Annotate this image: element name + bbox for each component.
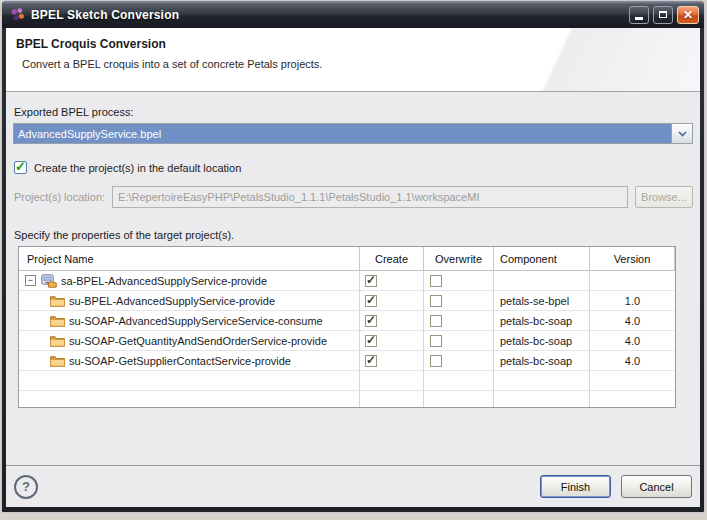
folder-icon bbox=[50, 355, 65, 367]
folder-icon bbox=[50, 335, 65, 347]
row-checkbox[interactable] bbox=[365, 315, 377, 327]
empty-table-row bbox=[19, 371, 675, 391]
project-name-label: sa-BPEL-AdvancedSupplyService-provide bbox=[61, 275, 267, 287]
folder-icon bbox=[50, 315, 65, 327]
row-checkbox[interactable] bbox=[365, 335, 377, 347]
version-cell: 4.0 bbox=[590, 311, 675, 330]
project-location-label: Project(s) location: bbox=[14, 191, 105, 203]
wizard-content: Exported BPEL process: AdvancedSupplySer… bbox=[6, 92, 700, 465]
overwrite-cell bbox=[424, 351, 494, 370]
column-version: Version bbox=[590, 247, 675, 270]
create-cell bbox=[360, 351, 424, 370]
table-header: Project Name Create Overwrite Component … bbox=[19, 247, 675, 271]
service-assembly-icon bbox=[41, 274, 57, 288]
row-checkbox[interactable] bbox=[430, 355, 442, 367]
cancel-button[interactable]: Cancel bbox=[621, 475, 692, 498]
project-location-field: E:\RepertoireEasyPHP\PetalsStudio_1.1.1\… bbox=[112, 186, 628, 208]
folder-icon bbox=[50, 295, 65, 307]
project-location-row: Project(s) location: E:\RepertoireEasyPH… bbox=[14, 186, 693, 208]
projects-table: Project Name Create Overwrite Component … bbox=[18, 246, 676, 408]
page-description: Convert a BPEL croquis into a set of con… bbox=[22, 58, 700, 70]
exported-process-combo[interactable]: AdvancedSupplyService.bpel bbox=[13, 123, 693, 144]
project-name-cell: su-SOAP-GetQuantityAndSendOrderService-p… bbox=[19, 331, 360, 350]
petals-app-icon bbox=[10, 7, 25, 22]
row-checkbox[interactable] bbox=[365, 355, 377, 367]
minimize-icon bbox=[635, 17, 643, 20]
combo-selected-value[interactable]: AdvancedSupplyService.bpel bbox=[14, 124, 671, 143]
minimize-button[interactable] bbox=[629, 6, 649, 24]
row-checkbox[interactable] bbox=[430, 315, 442, 327]
window-title: BPEL Sketch Conversion bbox=[31, 8, 625, 22]
create-cell bbox=[360, 271, 424, 290]
table-row[interactable]: su-BPEL-AdvancedSupplyService-providepet… bbox=[19, 291, 675, 311]
component-cell bbox=[494, 271, 590, 290]
row-checkbox[interactable] bbox=[365, 295, 377, 307]
close-button[interactable]: ✕ bbox=[677, 6, 699, 24]
row-checkbox[interactable] bbox=[365, 275, 377, 287]
component-cell: petals-bc-soap bbox=[494, 311, 590, 330]
component-cell: petals-se-bpel bbox=[494, 291, 590, 310]
chevron-down-icon bbox=[678, 131, 687, 137]
column-overwrite: Overwrite bbox=[424, 247, 494, 270]
project-name-label: su-BPEL-AdvancedSupplyService-provide bbox=[69, 295, 275, 307]
row-checkbox[interactable] bbox=[430, 295, 442, 307]
browse-button: Browse... bbox=[635, 186, 693, 208]
wizard-banner: BPEL Croquis Conversion Convert a BPEL c… bbox=[6, 28, 700, 92]
overwrite-cell bbox=[424, 311, 494, 330]
help-icon: ? bbox=[22, 479, 30, 494]
overwrite-cell bbox=[424, 291, 494, 310]
button-bar: ? Finish Cancel bbox=[6, 465, 700, 507]
project-name-cell: su-SOAP-AdvancedSupplyServiceService-con… bbox=[19, 311, 360, 330]
default-location-checkbox[interactable] bbox=[14, 161, 27, 174]
default-location-label[interactable]: Create the project(s) in the default loc… bbox=[34, 162, 241, 174]
table-row[interactable]: − sa-BPEL-AdvancedSupplyService-provide bbox=[19, 271, 675, 291]
project-name-cell: su-SOAP-GetSupplierContactService-provid… bbox=[19, 351, 360, 370]
project-name-label: su-SOAP-AdvancedSupplyServiceService-con… bbox=[69, 315, 323, 327]
help-button[interactable]: ? bbox=[14, 475, 38, 499]
version-cell: 4.0 bbox=[590, 351, 675, 370]
column-create: Create bbox=[360, 247, 424, 270]
empty-table-row bbox=[19, 391, 675, 408]
table-caption: Specify the properties of the target pro… bbox=[14, 229, 700, 241]
create-cell bbox=[360, 311, 424, 330]
default-location-row: Create the project(s) in the default loc… bbox=[14, 161, 700, 174]
project-name-cell: su-BPEL-AdvancedSupplyService-provide bbox=[19, 291, 360, 310]
component-cell: petals-bc-soap bbox=[494, 351, 590, 370]
table-row[interactable]: su-SOAP-AdvancedSupplyServiceService-con… bbox=[19, 311, 675, 331]
version-cell: 1.0 bbox=[590, 291, 675, 310]
combo-dropdown-button[interactable] bbox=[671, 124, 692, 143]
row-checkbox[interactable] bbox=[430, 335, 442, 347]
title-bar[interactable]: BPEL Sketch Conversion ✕ bbox=[2, 1, 704, 28]
project-name-cell: − sa-BPEL-AdvancedSupplyService-provide bbox=[19, 271, 360, 290]
maximize-icon bbox=[659, 11, 667, 18]
project-name-label: su-SOAP-GetSupplierContactService-provid… bbox=[69, 355, 291, 367]
tree-expander-icon[interactable]: − bbox=[25, 275, 36, 286]
create-cell bbox=[360, 291, 424, 310]
maximize-button[interactable] bbox=[653, 6, 673, 24]
dialog-window: BPEL Sketch Conversion ✕ BPEL Croquis Co… bbox=[1, 0, 705, 513]
project-name-label: su-SOAP-GetQuantityAndSendOrderService-p… bbox=[69, 335, 327, 347]
table-row[interactable]: su-SOAP-GetQuantityAndSendOrderService-p… bbox=[19, 331, 675, 351]
component-cell: petals-bc-soap bbox=[494, 331, 590, 350]
close-icon: ✕ bbox=[683, 9, 693, 21]
version-cell: 4.0 bbox=[590, 331, 675, 350]
column-project-name: Project Name bbox=[19, 247, 360, 270]
wizard-dialog: BPEL Croquis Conversion Convert a BPEL c… bbox=[6, 28, 700, 507]
column-component: Component bbox=[494, 247, 590, 270]
version-cell bbox=[590, 271, 675, 290]
table-row[interactable]: su-SOAP-GetSupplierContactService-provid… bbox=[19, 351, 675, 371]
row-checkbox[interactable] bbox=[430, 275, 442, 287]
exported-process-label: Exported BPEL process: bbox=[14, 106, 700, 118]
overwrite-cell bbox=[424, 331, 494, 350]
page-title: BPEL Croquis Conversion bbox=[16, 37, 700, 51]
create-cell bbox=[360, 331, 424, 350]
overwrite-cell bbox=[424, 271, 494, 290]
finish-button[interactable]: Finish bbox=[540, 475, 611, 498]
